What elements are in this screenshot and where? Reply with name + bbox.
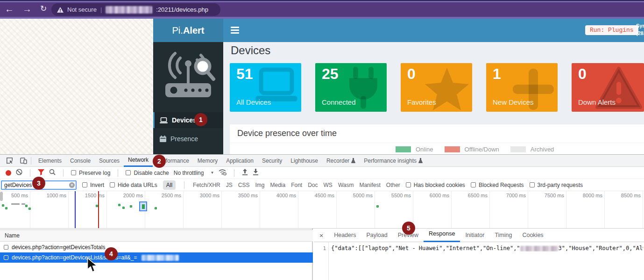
filter-chip-fetch-xhr[interactable]: Fetch/XHR [193,182,220,188]
request-row-get-devices-list[interactable]: devices.php?action=getDevicesList&status… [0,252,313,263]
timeline-tick: 7500 ms [529,193,564,198]
device-toolbar-icon[interactable] [19,157,28,164]
forward-icon[interactable]: → [22,2,32,15]
invert-checkbox[interactable]: Invert [82,182,104,188]
filter-chip-other[interactable]: Other [386,182,400,188]
network-conditions-icon[interactable] [219,169,226,177]
back-icon[interactable]: ← [5,2,14,15]
devtools-tab-recorder[interactable]: Recorder [322,155,360,167]
card-all-devices[interactable]: 51 All Devices [230,63,301,112]
response-json-text[interactable]: {"data":[["laptop","Net - Huawei","Inter… [331,245,643,251]
filter-chip-js[interactable]: JS [226,182,233,188]
page-title: Devices [231,44,270,57]
throttling-dropdown[interactable]: No throttling▼ [174,170,214,176]
card-label: Down Alerts [578,98,616,106]
timeline-tick: 4000 ms [261,193,296,198]
timeline-tick: 2000 ms [107,193,143,198]
checkbox[interactable] [126,170,131,175]
chevron-down-icon: ▼ [210,171,214,175]
checkbox[interactable] [4,245,8,250]
timeline-scroll-handle[interactable] [0,192,3,201]
presence-legend: Online Offline/Down Archived [396,146,554,153]
timeline-tick: 5000 ms [337,193,373,198]
checkbox[interactable] [406,182,411,187]
devtools-tab-memory[interactable]: Memory [193,155,222,167]
filter-chip-all[interactable]: All [163,180,176,190]
import-har-icon[interactable] [242,169,248,177]
run-plugins-button[interactable]: Run: Plugins [585,25,638,35]
detail-tab-initiator[interactable]: Initiator [460,230,489,242]
browser-toolbar: ← → ↻ Not secure | :20211/devices.php [0,0,644,19]
experiment-flask-icon [351,158,355,163]
devtools-tab-console[interactable]: Console [66,155,95,167]
detail-tab-response[interactable]: Response [424,230,460,242]
devtools-tab-network[interactable]: Network [124,155,153,167]
export-har-icon[interactable] [253,169,259,177]
request-row-get-devices-totals[interactable]: devices.php?action=getDevicesTotals [0,242,313,252]
has-blocked-cookies-checkbox[interactable]: Has blocked cookies [406,182,465,188]
detail-tab-cookies[interactable]: Cookies [517,230,548,242]
dom-content-loaded-marker [75,191,76,229]
card-new-devices[interactable]: 1 New Devices [486,63,558,112]
divider [31,157,31,165]
detail-tab-payload[interactable]: Payload [361,230,392,242]
hide-data-urls-checkbox[interactable]: Hide data URLs [110,182,157,188]
checkbox[interactable] [471,182,476,187]
card-favorites[interactable]: 0 Favorites [401,63,472,112]
timeline-tick: 1000 ms [31,193,66,198]
card-connected[interactable]: 25 Connected [315,63,387,112]
hamburger-menu-icon[interactable] [231,27,239,34]
request-name: devices.php?action=getDevicesTotals [12,244,105,251]
filter-chip-css[interactable]: CSS [238,182,250,188]
filter-chip-media[interactable]: Media [270,182,285,188]
disable-cache-checkbox[interactable]: Disable cache [126,170,169,176]
network-timeline-overview[interactable]: 500 ms 1000 ms 1500 ms 2000 ms 2500 ms 3… [0,191,644,229]
sidebar-item-presence[interactable]: Presence [153,131,223,147]
redacted-response-value [520,246,559,251]
brand-bold: Alert [183,25,205,36]
reload-icon[interactable]: ↻ [40,2,47,15]
devtools-tab-lighthouse[interactable]: Lighthouse [286,155,322,167]
filter-chip-ws[interactable]: WS [324,182,333,188]
timeline-tick: 3000 ms [184,193,219,198]
pialert-logo[interactable]: Pi.Alert [153,19,223,42]
third-party-requests-checkbox[interactable]: 3rd-party requests [530,182,583,188]
network-toolbar: Preserve log Disable cache No throttling… [0,167,644,179]
filter-chip-manifest[interactable]: Manifest [359,182,380,188]
inspect-element-icon[interactable] [5,157,14,164]
checkbox[interactable] [82,182,87,187]
record-network-log-button[interactable] [6,170,11,176]
request-list-name-header[interactable]: Name [0,230,313,242]
clear-filter-icon[interactable]: ✕ [69,182,75,188]
filter-chip-doc[interactable]: Doc [308,182,318,188]
filter-chip-img[interactable]: Img [255,182,264,188]
search-icon[interactable] [49,169,56,177]
address-bar[interactable]: Not secure | :20211/devices.php [51,3,220,16]
laptop-icon [160,117,168,123]
filter-funnel-icon[interactable] [38,169,44,177]
checkbox[interactable] [530,182,535,187]
devtools-tab-security[interactable]: Security [258,155,286,167]
filter-chip-font[interactable]: Font [291,182,302,188]
address-separator: | [100,6,102,13]
card-down-alerts[interactable]: 0 Down Alerts [572,63,644,112]
card-value: 0 [407,65,416,83]
divider [30,169,30,177]
detail-tab-timing[interactable]: Timing [489,230,517,242]
close-icon[interactable]: × [314,232,329,239]
blocked-requests-checkbox[interactable]: Blocked Requests [471,182,524,188]
sidebar-item-devices[interactable]: Devices [153,112,223,128]
detail-tab-headers[interactable]: Headers [329,230,361,242]
devtools-tab-performance-insights[interactable]: Performance insights [360,155,427,167]
preserve-log-checkbox[interactable]: Preserve log [71,170,110,176]
clear-network-log-icon[interactable] [16,169,22,177]
timeline-tick: 5500 ms [375,193,411,198]
devtools-tab-elements[interactable]: Elements [34,155,66,167]
devtools-tab-application[interactable]: Application [222,155,258,167]
devtools-tab-sources[interactable]: Sources [95,155,124,167]
checkbox[interactable] [110,182,115,187]
filter-chip-wasm[interactable]: Wasm [338,182,354,188]
selected-request-marker[interactable] [139,201,147,211]
checkbox[interactable] [4,255,8,260]
checkbox[interactable] [71,170,76,175]
